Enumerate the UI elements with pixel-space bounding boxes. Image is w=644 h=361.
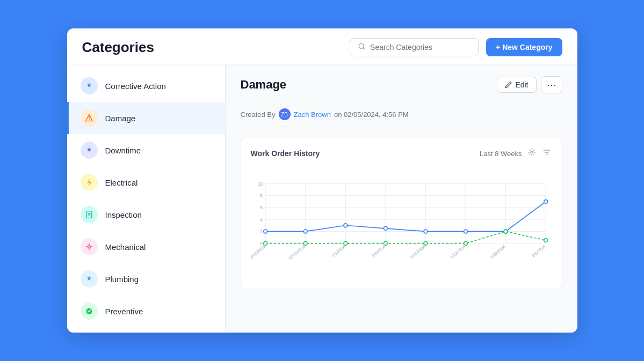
svg-point-26 [303,230,307,233]
electrical-icon [81,174,98,191]
mechanical-icon [81,238,98,255]
corrective-action-icon [81,77,98,94]
svg-text:12/25/2023: 12/25/2023 [287,244,306,261]
svg-point-32 [544,200,547,203]
created-by-date: on 02/05/2024, 4:56 PM [334,110,409,119]
svg-point-30 [464,230,467,233]
svg-point-3 [88,246,90,248]
edit-button[interactable]: Edit [497,77,536,93]
sidebar-item-inspection[interactable]: Inspection [67,198,225,231]
svg-point-36 [383,241,387,245]
svg-text:6: 6 [260,205,263,210]
app-container: Categories + New Category Corrective Act… [67,28,577,333]
created-by-prefix: Created By [241,110,276,119]
app-header: Categories + New Category [67,28,577,64]
search-icon [358,42,366,52]
svg-point-40 [544,239,547,242]
sidebar-item-preventive[interactable]: Preventive [67,295,225,327]
svg-text:1/1/2024: 1/1/2024 [331,244,346,258]
svg-text:10: 10 [257,181,263,187]
search-input[interactable] [370,43,471,51]
svg-point-29 [424,230,428,233]
created-by-row: Created By ZB Zach Brown on 02/05/2024, … [241,103,562,127]
sidebar-item-mechanical[interactable]: Mechanical [67,231,225,263]
svg-point-27 [343,224,347,227]
damage-label: Damage [105,114,136,123]
preventive-label: Preventive [105,307,143,316]
inspection-label: Inspection [105,210,142,219]
corrective-action-label: Corrective Action [105,82,166,91]
svg-point-25 [263,230,267,233]
svg-text:1/8/2024: 1/8/2024 [371,244,386,258]
page-title: Categories [82,39,154,56]
svg-text:8: 8 [260,193,263,198]
sidebar-item-downtime[interactable]: Downtime [67,134,225,166]
chart-header: Work Order History Last 8 Weeks [251,147,552,160]
svg-point-37 [424,241,428,245]
inspection-icon [81,206,98,223]
svg-point-35 [343,241,347,245]
svg-text:4: 4 [260,217,263,223]
plumbing-icon [81,270,98,288]
app-body: Corrective ActionDamageDowntimeElectrica… [67,64,577,333]
svg-point-39 [504,230,508,233]
sidebar-item-damage[interactable]: Damage [67,102,225,134]
more-options-button[interactable]: ⋯ [541,76,562,93]
svg-point-38 [464,241,467,245]
new-category-button[interactable]: + New Category [486,38,562,56]
downtime-icon [81,142,98,159]
user-avatar: ZB [279,108,291,120]
detail-title: Damage [241,78,287,92]
electrical-label: Electrical [105,178,138,187]
svg-text:1/15/2024: 1/15/2024 [409,244,426,260]
damage-icon [81,109,98,127]
chart-filter-button[interactable] [541,147,552,160]
svg-point-33 [263,241,267,245]
svg-text:2: 2 [260,229,263,234]
svg-text:1/29/2024: 1/29/2024 [489,244,506,260]
plumbing-label: Plumbing [105,275,139,284]
svg-text:12/18/2023: 12/18/2023 [251,244,266,261]
filter-icon [542,148,551,157]
sidebar-item-electrical[interactable]: Electrical [67,166,225,198]
search-box [350,38,479,56]
chart-controls: Last 8 Weeks [480,147,552,160]
chart-section: Work Order History Last 8 Weeks [241,137,562,289]
chart-settings-button[interactable] [526,147,537,160]
svg-text:2/5/2024: 2/5/2024 [531,244,546,258]
svg-line-1 [363,48,365,49]
work-order-chart: 024681012/18/202312/25/20231/1/20241/8/2… [251,166,552,279]
chart-title: Work Order History [251,149,320,158]
detail-actions: Edit ⋯ [497,76,562,93]
gear-icon [527,148,536,157]
chart-period-label: Last 8 Weeks [480,150,522,158]
preventive-icon [81,303,98,320]
main-panel: Damage Edit ⋯ Created By ZB Zach Brown o… [226,64,577,333]
header-right: + New Category [350,38,562,56]
downtime-label: Downtime [105,146,141,155]
edit-icon [505,82,512,89]
svg-point-4 [531,151,533,153]
svg-point-34 [303,241,307,245]
created-by-user: Zach Brown [294,110,331,119]
svg-point-28 [383,226,387,230]
sidebar-item-corrective-action[interactable]: Corrective Action [67,70,225,102]
detail-header: Damage Edit ⋯ [241,76,562,93]
svg-text:1/22/2024: 1/22/2024 [449,244,466,260]
sidebar-item-plumbing[interactable]: Plumbing [67,263,225,295]
sidebar: Corrective ActionDamageDowntimeElectrica… [67,64,226,333]
mechanical-label: Mechanical [105,242,146,252]
